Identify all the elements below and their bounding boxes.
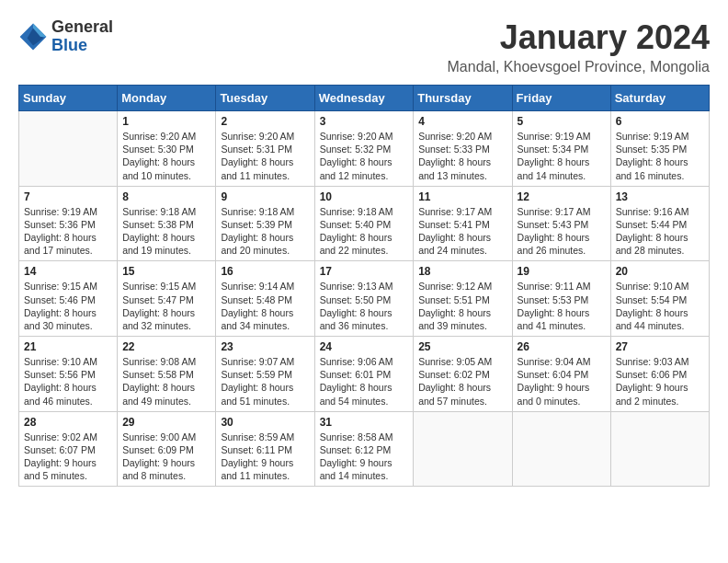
day-cell: 14Sunrise: 9:15 AM Sunset: 5:46 PM Dayli… (19, 261, 118, 337)
day-number: 15 (122, 265, 210, 278)
calendar-title: January 2024 (448, 18, 711, 57)
day-cell (610, 411, 709, 487)
day-cell: 23Sunrise: 9:07 AM Sunset: 5:59 PM Dayli… (216, 337, 314, 412)
day-info: Sunrise: 9:02 AM Sunset: 6:07 PM Dayligh… (24, 431, 112, 483)
day-info: Sunrise: 9:18 AM Sunset: 5:39 PM Dayligh… (221, 205, 309, 258)
day-cell (512, 411, 610, 487)
day-cell: 12Sunrise: 9:17 AM Sunset: 5:43 PM Dayli… (512, 186, 610, 261)
day-info: Sunrise: 9:18 AM Sunset: 5:40 PM Dayligh… (320, 205, 409, 258)
day-number: 5 (518, 115, 606, 128)
day-cell: 19Sunrise: 9:11 AM Sunset: 5:53 PM Dayli… (512, 261, 610, 337)
day-info: Sunrise: 9:18 AM Sunset: 5:38 PM Dayligh… (122, 205, 210, 258)
day-number: 11 (418, 190, 506, 203)
day-info: Sunrise: 9:13 AM Sunset: 5:50 PM Dayligh… (320, 280, 409, 332)
day-cell: 26Sunrise: 9:04 AM Sunset: 6:04 PM Dayli… (512, 337, 610, 412)
header-row: SundayMondayTuesdayWednesdayThursdayFrid… (19, 86, 710, 111)
logo-general-text: General (51, 18, 113, 37)
day-number: 6 (616, 115, 704, 128)
day-cell (19, 111, 118, 187)
calendar-body: 1Sunrise: 9:20 AM Sunset: 5:30 PM Daylig… (19, 111, 710, 487)
day-info: Sunrise: 8:59 AM Sunset: 6:11 PM Dayligh… (221, 431, 309, 483)
day-number: 1 (122, 115, 210, 128)
day-info: Sunrise: 9:08 AM Sunset: 5:58 PM Dayligh… (122, 355, 210, 408)
day-info: Sunrise: 9:19 AM Sunset: 5:36 PM Dayligh… (24, 205, 112, 258)
day-cell: 2Sunrise: 9:20 AM Sunset: 5:31 PM Daylig… (216, 111, 314, 187)
week-row-2: 7Sunrise: 9:19 AM Sunset: 5:36 PM Daylig… (19, 186, 710, 261)
day-number: 21 (24, 340, 112, 353)
day-cell: 20Sunrise: 9:10 AM Sunset: 5:54 PM Dayli… (610, 261, 709, 337)
day-info: Sunrise: 9:20 AM Sunset: 5:30 PM Dayligh… (122, 130, 210, 182)
day-info: Sunrise: 9:15 AM Sunset: 5:46 PM Dayligh… (24, 280, 112, 332)
header-cell-wednesday: Wednesday (314, 86, 414, 111)
day-info: Sunrise: 9:14 AM Sunset: 5:48 PM Dayligh… (221, 280, 309, 332)
week-row-3: 14Sunrise: 9:15 AM Sunset: 5:46 PM Dayli… (19, 261, 710, 337)
day-number: 9 (221, 190, 309, 203)
day-number: 18 (418, 265, 506, 278)
day-cell: 9Sunrise: 9:18 AM Sunset: 5:39 PM Daylig… (216, 186, 314, 261)
day-number: 31 (320, 416, 409, 429)
day-info: Sunrise: 9:10 AM Sunset: 5:56 PM Dayligh… (24, 355, 112, 408)
day-number: 30 (221, 416, 309, 429)
day-info: Sunrise: 9:04 AM Sunset: 6:04 PM Dayligh… (518, 355, 606, 408)
day-info: Sunrise: 8:58 AM Sunset: 6:12 PM Dayligh… (320, 431, 409, 483)
day-number: 10 (320, 190, 409, 203)
day-number: 24 (320, 340, 409, 353)
day-number: 4 (418, 115, 506, 128)
header-cell-saturday: Saturday (610, 86, 709, 111)
day-number: 25 (418, 340, 506, 353)
day-cell: 24Sunrise: 9:06 AM Sunset: 6:01 PM Dayli… (314, 337, 414, 412)
logo: General Blue (18, 18, 113, 55)
day-info: Sunrise: 9:19 AM Sunset: 5:35 PM Dayligh… (616, 130, 704, 182)
day-number: 14 (24, 265, 112, 278)
day-info: Sunrise: 9:12 AM Sunset: 5:51 PM Dayligh… (418, 280, 506, 332)
day-number: 17 (320, 265, 409, 278)
day-info: Sunrise: 9:20 AM Sunset: 5:33 PM Dayligh… (418, 130, 506, 182)
day-number: 19 (518, 265, 606, 278)
day-number: 2 (221, 115, 309, 128)
day-info: Sunrise: 9:17 AM Sunset: 5:41 PM Dayligh… (418, 205, 506, 258)
day-number: 28 (24, 416, 112, 429)
day-cell: 11Sunrise: 9:17 AM Sunset: 5:41 PM Dayli… (414, 186, 512, 261)
day-number: 3 (320, 115, 409, 128)
day-number: 20 (616, 265, 704, 278)
day-number: 27 (616, 340, 704, 353)
header-cell-thursday: Thursday (414, 86, 512, 111)
week-row-1: 1Sunrise: 9:20 AM Sunset: 5:30 PM Daylig… (19, 111, 710, 187)
day-info: Sunrise: 9:17 AM Sunset: 5:43 PM Dayligh… (518, 205, 606, 258)
day-number: 26 (518, 340, 606, 353)
day-cell: 25Sunrise: 9:05 AM Sunset: 6:02 PM Dayli… (414, 337, 512, 412)
header-cell-monday: Monday (118, 86, 216, 111)
day-cell: 27Sunrise: 9:03 AM Sunset: 6:06 PM Dayli… (610, 337, 709, 412)
day-cell: 10Sunrise: 9:18 AM Sunset: 5:40 PM Dayli… (314, 186, 414, 261)
day-info: Sunrise: 9:15 AM Sunset: 5:47 PM Dayligh… (122, 280, 210, 332)
day-cell: 15Sunrise: 9:15 AM Sunset: 5:47 PM Dayli… (118, 261, 216, 337)
header-cell-friday: Friday (512, 86, 610, 111)
week-row-5: 28Sunrise: 9:02 AM Sunset: 6:07 PM Dayli… (19, 411, 710, 487)
day-number: 22 (122, 340, 210, 353)
day-cell: 8Sunrise: 9:18 AM Sunset: 5:38 PM Daylig… (118, 186, 216, 261)
day-cell: 16Sunrise: 9:14 AM Sunset: 5:48 PM Dayli… (216, 261, 314, 337)
day-number: 12 (518, 190, 606, 203)
day-info: Sunrise: 9:20 AM Sunset: 5:32 PM Dayligh… (320, 130, 409, 182)
day-cell: 21Sunrise: 9:10 AM Sunset: 5:56 PM Dayli… (19, 337, 118, 412)
header-cell-sunday: Sunday (19, 86, 118, 111)
day-info: Sunrise: 9:16 AM Sunset: 5:44 PM Dayligh… (616, 205, 704, 258)
week-row-4: 21Sunrise: 9:10 AM Sunset: 5:56 PM Dayli… (19, 337, 710, 412)
day-number: 23 (221, 340, 309, 353)
day-cell: 3Sunrise: 9:20 AM Sunset: 5:32 PM Daylig… (314, 111, 414, 187)
day-info: Sunrise: 9:06 AM Sunset: 6:01 PM Dayligh… (320, 355, 409, 408)
day-cell: 5Sunrise: 9:19 AM Sunset: 5:34 PM Daylig… (512, 111, 610, 187)
day-number: 7 (24, 190, 112, 203)
header-cell-tuesday: Tuesday (216, 86, 314, 111)
day-info: Sunrise: 9:00 AM Sunset: 6:09 PM Dayligh… (122, 431, 210, 483)
day-cell: 30Sunrise: 8:59 AM Sunset: 6:11 PM Dayli… (216, 411, 314, 487)
logo-icon (18, 22, 48, 52)
day-cell: 22Sunrise: 9:08 AM Sunset: 5:58 PM Dayli… (118, 337, 216, 412)
day-cell: 29Sunrise: 9:00 AM Sunset: 6:09 PM Dayli… (118, 411, 216, 487)
day-info: Sunrise: 9:11 AM Sunset: 5:53 PM Dayligh… (518, 280, 606, 332)
day-cell (414, 411, 512, 487)
logo-blue-text: Blue (51, 37, 113, 55)
day-number: 13 (616, 190, 704, 203)
calendar-table: SundayMondayTuesdayWednesdayThursdayFrid… (18, 85, 710, 487)
day-number: 8 (122, 190, 210, 203)
